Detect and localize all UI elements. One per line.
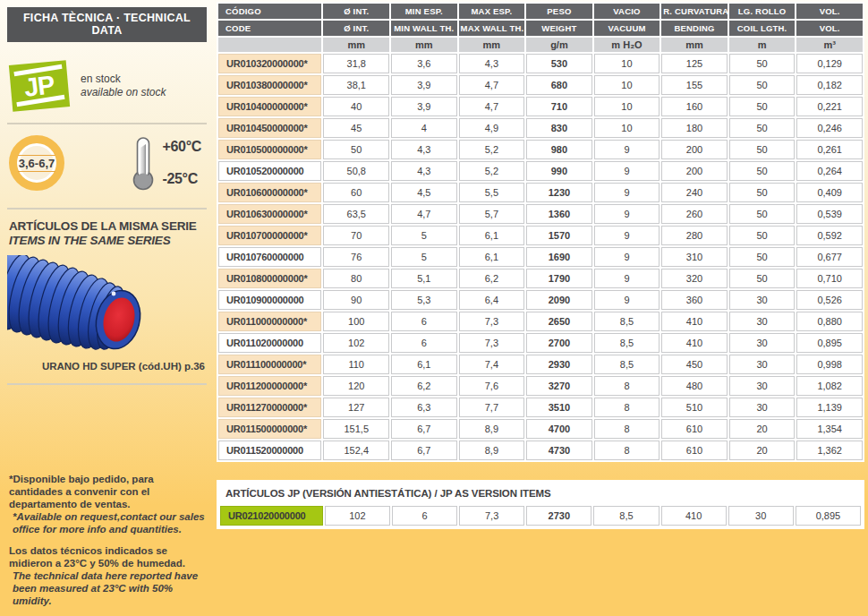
column-header: VOL. xyxy=(796,4,863,19)
value-cell: 5 xyxy=(391,226,457,245)
value-cell: 10 xyxy=(594,118,660,138)
footnote-conditions-es: Los datos técnicos indicados se midieron… xyxy=(9,544,207,569)
value-cell: 5,5 xyxy=(459,183,525,202)
value-cell: 6,2 xyxy=(391,376,457,396)
value-cell: 7,3 xyxy=(459,506,524,526)
code-cell: UR011200000000* xyxy=(218,376,321,396)
value-cell: 155 xyxy=(661,75,728,95)
stock-label-es: en stock xyxy=(81,73,166,86)
wall-thickness-badge: 3,6-6,7 xyxy=(9,135,64,191)
code-cell: UR011500000000* xyxy=(218,419,321,439)
sidebar: FICHA TÈCNICA · TECHNICAL DATA JP en sto… xyxy=(0,0,215,616)
header-row: CÓDIGOØ INT.MIN ESP.MAX ESP.PESOVACIOR. … xyxy=(218,4,863,19)
datasheet-page: FICHA TÈCNICA · TECHNICAL DATA JP en sto… xyxy=(0,0,868,616)
table-row: UR010700000000*7056,115709280500,592 xyxy=(218,226,863,245)
value-cell: 360 xyxy=(661,290,728,310)
as-version-table: UR02102000000010267,327308,5410300,895 xyxy=(218,504,863,527)
value-cell: 102 xyxy=(325,506,390,526)
column-header: BENDING xyxy=(661,21,728,36)
value-cell: 5 xyxy=(391,247,457,267)
hose-product-image xyxy=(7,255,207,359)
value-cell: 30 xyxy=(729,398,796,417)
value-cell: 3,9 xyxy=(391,75,457,95)
table-row: UR011520000000152,46,78,947308610201,362 xyxy=(218,441,863,460)
value-cell: 7,6 xyxy=(459,376,525,396)
value-cell: 76 xyxy=(323,247,389,267)
value-cell: 10 xyxy=(594,54,660,73)
table-row: UR010400000000*403,94,771010160500,221 xyxy=(218,97,863,116)
specs-row: 3,6-6,7 +60°C -25°C xyxy=(7,124,207,196)
value-cell: 7,3 xyxy=(459,333,525,353)
table-row: UR010800000000*805,16,217909320500,710 xyxy=(218,269,863,288)
value-cell: 5,2 xyxy=(459,140,525,159)
table-row: UR010320000000*31,83,64,353010125500,129 xyxy=(218,54,863,73)
value-cell: 8,9 xyxy=(459,441,525,460)
value-cell: 9 xyxy=(594,140,660,159)
unit-cell: mm xyxy=(323,38,389,52)
same-series-heading: ARTÍCULOS DE LA MISMA SERIE ITEMS IN THE… xyxy=(9,219,207,248)
column-header: MAX WALL TH. xyxy=(459,21,525,36)
page-title: FICHA TÈCNICA · TECHNICAL DATA xyxy=(7,7,207,42)
table-row: UR010600000000*604,55,512309240500,409 xyxy=(218,183,863,202)
hose-illustration xyxy=(7,255,206,359)
column-header: WEIGHT xyxy=(526,21,592,36)
column-header: CÓDIGO xyxy=(218,4,321,19)
value-cell: 2730 xyxy=(526,506,591,526)
value-cell: 6,7 xyxy=(391,441,457,460)
value-cell: 260 xyxy=(661,204,728,224)
value-cell: 60 xyxy=(323,183,389,202)
temp-min: -25°C xyxy=(162,171,201,187)
table-row: UR011000000000*10067,326508,5410300,880 xyxy=(218,312,863,331)
table-row: UR010500000000*504,35,29809200500,261 xyxy=(218,140,863,159)
value-cell: 180 xyxy=(661,118,728,138)
as-version-panel: ARTÍCULOS JP (VERSIÓN ANTIESTÁTICA) / JP… xyxy=(217,480,864,529)
value-cell: 1,139 xyxy=(796,398,863,417)
value-cell: 7,4 xyxy=(459,355,525,374)
value-cell: 70 xyxy=(323,226,389,245)
value-cell: 280 xyxy=(661,226,728,245)
column-header: VACUUM xyxy=(594,21,660,36)
value-cell: 50 xyxy=(729,54,796,73)
value-cell: 1790 xyxy=(526,269,592,288)
value-cell: 200 xyxy=(661,161,728,181)
value-cell: 3510 xyxy=(526,398,592,417)
column-header: LG. ROLLO xyxy=(729,4,796,19)
column-header: MIN WALL TH. xyxy=(391,21,457,36)
code-cell: UR011000000000* xyxy=(218,312,321,331)
value-cell: 50,8 xyxy=(323,161,389,181)
value-cell: 6 xyxy=(391,333,457,353)
value-cell: 1,362 xyxy=(796,441,863,460)
value-cell: 710 xyxy=(526,97,592,116)
thermometer-icon xyxy=(132,135,155,191)
value-cell: 151,5 xyxy=(323,419,389,439)
value-cell: 30 xyxy=(729,376,796,396)
value-cell: 0,592 xyxy=(796,226,863,245)
value-cell: 30 xyxy=(729,355,796,374)
footnotes: *Disponible bajo pedido, para cantidades… xyxy=(7,473,207,611)
footnote-availability-es: *Disponible bajo pedido, para cantidades… xyxy=(9,473,207,510)
unit-cell: m³ xyxy=(796,38,863,52)
value-cell: 0,261 xyxy=(796,140,863,159)
value-cell: 610 xyxy=(661,441,728,460)
value-cell: 9 xyxy=(594,204,660,224)
code-cell: UR010380000000* xyxy=(218,75,321,95)
value-cell: 680 xyxy=(526,75,592,95)
series-item-caption: URANO HD SUPER (cód.UH) p.36 xyxy=(7,361,205,372)
temperature-range: +60°C -25°C xyxy=(132,135,203,191)
as-version-title: ARTÍCULOS JP (VERSIÓN ANTIESTÁTICA) / JP… xyxy=(218,482,863,504)
value-cell: 410 xyxy=(661,312,728,331)
value-cell: 50 xyxy=(729,161,796,181)
code-cell: UR010450000000* xyxy=(218,118,321,138)
table-row: UR010630000000*63,54,75,713609260500,539 xyxy=(218,204,863,224)
value-cell: 990 xyxy=(526,161,592,181)
value-cell: 0,998 xyxy=(796,355,863,374)
value-cell: 9 xyxy=(594,247,660,267)
value-cell: 1230 xyxy=(526,183,592,202)
value-cell: 3270 xyxy=(526,376,592,396)
value-cell: 0,710 xyxy=(796,269,863,288)
header-row: CODEØ INT.MIN WALL TH.MAX WALL TH.WEIGHT… xyxy=(218,21,863,36)
table-row: UR02102000000010267,327308,5410300,895 xyxy=(220,506,861,526)
value-cell: 480 xyxy=(661,376,728,396)
value-cell: 4,7 xyxy=(391,204,457,224)
value-cell: 127 xyxy=(323,398,389,417)
